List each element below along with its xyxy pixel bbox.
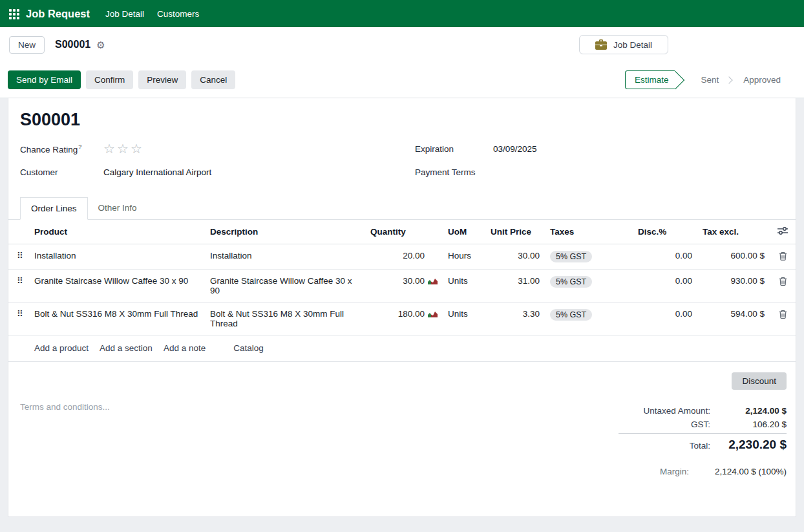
sheet-background: S00001 Chance Rating? ☆ ☆ ☆ Customer Cal… <box>0 98 804 517</box>
trash-icon <box>779 277 787 286</box>
tax-badge[interactable]: 5% GST <box>550 276 592 288</box>
discount-button[interactable]: Discount <box>732 372 787 390</box>
cancel-button[interactable]: Cancel <box>191 70 235 89</box>
quantity-cell[interactable]: 20.00 <box>365 244 443 270</box>
bottom-section: Terms and conditions... Discount Untaxed… <box>20 362 787 476</box>
col-header-taxes: Taxes <box>545 220 633 244</box>
status-step-estimate[interactable]: Estimate <box>625 70 675 89</box>
send-by-email-button[interactable]: Send by Email <box>8 70 81 89</box>
taxes-cell[interactable]: 5% GST <box>545 303 633 335</box>
add-a-section-link[interactable]: Add a section <box>100 343 153 353</box>
col-header-discount: Disc.% <box>633 220 697 244</box>
product-cell[interactable]: Granite Staircase Willow Caffee 30 x 90 <box>29 270 205 303</box>
col-header-quantity: Quantity <box>365 220 443 244</box>
drag-handle-icon[interactable]: ⠿ <box>17 276 23 286</box>
description-cell[interactable]: Bolt & Nut SS316 M8 X 30mm Full Thread <box>205 303 365 335</box>
quantity-value[interactable]: 20.00 <box>403 251 425 261</box>
taxes-cell[interactable]: 5% GST <box>545 244 633 270</box>
nav-item-customers[interactable]: Customers <box>151 5 206 23</box>
unit-price-cell[interactable]: 30.00 <box>485 244 545 270</box>
col-header-uom: UoM <box>443 220 485 244</box>
optional-columns-button[interactable] <box>770 220 796 244</box>
drag-handle-icon[interactable]: ⠿ <box>17 309 23 319</box>
breadcrumb-current: S00001 <box>55 39 90 50</box>
total-value: 2,230.20 $ <box>710 438 787 452</box>
tab-order-lines[interactable]: Order Lines <box>20 197 88 220</box>
customer-value[interactable]: Calgary International Airport <box>103 167 211 177</box>
quantity-value[interactable]: 180.00 <box>398 309 425 319</box>
product-cell[interactable]: Bolt & Nut SS316 M8 X 30mm Full Thread <box>29 303 205 335</box>
add-a-product-link[interactable]: Add a product <box>34 343 89 353</box>
customer-label: Customer <box>20 167 103 177</box>
total-label: Total: <box>690 441 710 451</box>
line-footer-links: Add a product Add a section Add a note C… <box>8 335 796 362</box>
discount-cell[interactable]: 0.00 <box>633 270 697 303</box>
status-step-sent[interactable]: Sent <box>692 75 728 85</box>
expiration-label: Expiration <box>415 144 493 154</box>
uom-cell[interactable]: Hours <box>443 244 485 270</box>
confirm-button[interactable]: Confirm <box>86 70 133 89</box>
fields-group: Chance Rating? ☆ ☆ ☆ Customer Calgary In… <box>20 142 787 188</box>
quantity-value[interactable]: 30.00 <box>403 276 425 286</box>
description-cell[interactable]: Granite Staircase Willow Caffee 30 x 90 <box>205 270 365 303</box>
unit-price-cell[interactable]: 3.30 <box>485 303 545 335</box>
forecast-chart-icon[interactable] <box>428 310 438 317</box>
chance-rating-label: Chance Rating? <box>20 144 103 154</box>
tab-other-info[interactable]: Other Info <box>88 197 147 219</box>
discount-cell[interactable]: 0.00 <box>633 244 697 270</box>
order-lines-body: ⠿ Installation Installation 20.00 Hours … <box>8 244 796 335</box>
top-navbar: Job Request Job Detail Customers <box>0 0 804 27</box>
expiration-value[interactable]: 03/09/2025 <box>493 144 537 154</box>
total-row: Total: 2,230.20 $ <box>619 433 787 454</box>
product-cell[interactable]: Installation <box>29 244 205 270</box>
quantity-cell[interactable]: 180.00 <box>365 303 443 335</box>
tax-excl-cell: 600.00 $ <box>697 244 770 270</box>
briefcase-icon <box>595 39 607 50</box>
status-step-approved[interactable]: Approved <box>734 75 790 85</box>
terms-and-conditions-input[interactable]: Terms and conditions... <box>20 402 619 476</box>
taxes-cell[interactable]: 5% GST <box>545 270 633 303</box>
order-form-sheet: S00001 Chance Rating? ☆ ☆ ☆ Customer Cal… <box>8 98 796 517</box>
gst-value: 106.20 $ <box>710 420 787 429</box>
uom-cell[interactable]: Units <box>443 270 485 303</box>
trash-icon <box>779 310 787 319</box>
col-header-description: Description <box>205 220 365 244</box>
tax-badge[interactable]: 5% GST <box>550 251 592 262</box>
navbar-brand[interactable]: Job Request <box>26 8 90 20</box>
control-panel: New S00001 ⚙ Job Detail <box>0 27 804 62</box>
table-row: ⠿ Installation Installation 20.00 Hours … <box>8 244 796 270</box>
margin-label: Margin: <box>660 467 689 476</box>
notebook-tabs: Order Lines Other Info <box>8 197 796 220</box>
job-detail-smart-button[interactable]: Job Detail <box>579 35 668 54</box>
delete-row-button[interactable] <box>770 303 796 335</box>
uom-cell[interactable]: Units <box>443 303 485 335</box>
apps-grid-icon[interactable] <box>9 6 23 21</box>
status-arrow-tip <box>666 70 684 89</box>
catalog-link[interactable]: Catalog <box>233 343 264 353</box>
unit-price-cell[interactable]: 31.00 <box>485 270 545 303</box>
help-indicator[interactable]: ? <box>78 144 81 150</box>
star-icon[interactable]: ☆ <box>117 142 129 155</box>
drag-handle-icon[interactable]: ⠿ <box>17 251 23 261</box>
tax-badge[interactable]: 5% GST <box>550 309 592 321</box>
preview-button[interactable]: Preview <box>138 70 186 89</box>
description-cell[interactable]: Installation <box>205 244 365 270</box>
gst-row: GST: 106.20 $ <box>619 418 787 431</box>
add-a-note-link[interactable]: Add a note <box>164 343 206 353</box>
quantity-cell[interactable]: 30.00 <box>365 270 443 303</box>
status-label: Estimate <box>635 75 669 85</box>
nav-item-job-detail[interactable]: Job Detail <box>99 5 151 23</box>
payment-terms-label: Payment Terms <box>415 167 493 177</box>
delete-row-button[interactable] <box>770 244 796 270</box>
col-header-unit-price: Unit Price <box>485 220 545 244</box>
new-button[interactable]: New <box>9 36 45 54</box>
forecast-chart-icon[interactable] <box>428 277 438 284</box>
star-icon[interactable]: ☆ <box>131 142 142 155</box>
margin-row: Margin: 2,124.00 $ (100%) <box>660 467 787 476</box>
untaxed-amount-row: Untaxed Amount: 2,124.00 $ <box>619 404 787 418</box>
gear-icon[interactable]: ⚙ <box>95 39 106 51</box>
star-icon[interactable]: ☆ <box>103 142 115 155</box>
delete-row-button[interactable] <box>770 270 796 303</box>
order-title[interactable]: S00001 <box>20 110 787 130</box>
discount-cell[interactable]: 0.00 <box>633 303 697 335</box>
